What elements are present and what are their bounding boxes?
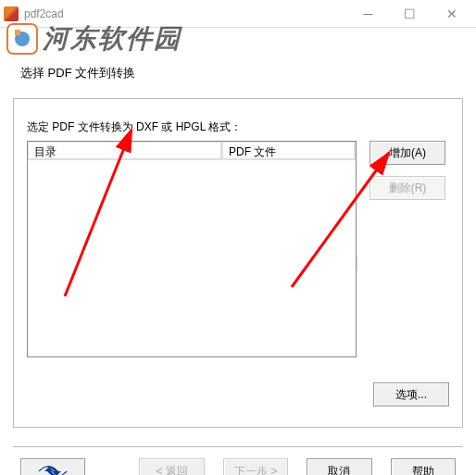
wizard-buttons: < 返回 下一步 > 取消 帮助 — [20, 458, 456, 475]
add-button[interactable]: 增加(A) — [370, 141, 445, 165]
refresh-button[interactable] — [20, 458, 85, 475]
options-button[interactable]: 选项... — [373, 382, 449, 406]
watermark-logo: 河东软件园 — [2, 19, 182, 59]
refresh-icon — [34, 463, 71, 475]
back-button: < 返回 — [139, 458, 204, 475]
page-subtitle: 选择 PDF 文件到转换 — [20, 65, 469, 81]
content: 选择 PDF 文件到转换 选定 PDF 文件转换为 DXF 或 HPGL 格式：… — [0, 65, 476, 475]
main-panel: 选定 PDF 文件转换为 DXF 或 HPGL 格式： 目录 PDF 文件 增加… — [13, 98, 463, 428]
help-button[interactable]: 帮助 — [391, 458, 456, 475]
table-header: 目录 PDF 文件 — [28, 142, 356, 160]
separator — [13, 446, 463, 447]
maximize-button[interactable]: ☐ — [389, 0, 431, 27]
options-wrap: 选项... — [373, 382, 449, 406]
next-button: 下一步 > — [223, 458, 288, 475]
side-buttons: 增加(A) 删除(R) — [370, 141, 445, 200]
close-button[interactable]: ✕ — [431, 0, 472, 27]
watermark-icon — [2, 19, 43, 59]
column-directory[interactable]: 目录 — [28, 142, 222, 160]
file-list-table[interactable]: 目录 PDF 文件 — [27, 141, 357, 357]
panel-label: 选定 PDF 文件转换为 DXF 或 HPGL 格式： — [27, 119, 449, 135]
column-pdf-file[interactable]: PDF 文件 — [222, 142, 356, 160]
table-body[interactable] — [28, 160, 356, 356]
table-area: 目录 PDF 文件 增加(A) 删除(R) — [27, 141, 449, 357]
remove-button: 删除(R) — [370, 176, 445, 200]
window-controls: ─ ☐ ✕ — [347, 0, 472, 27]
watermark-text: 河东软件园 — [43, 21, 182, 56]
minimize-button[interactable]: ─ — [347, 0, 389, 27]
cancel-button[interactable]: 取消 — [307, 458, 371, 475]
